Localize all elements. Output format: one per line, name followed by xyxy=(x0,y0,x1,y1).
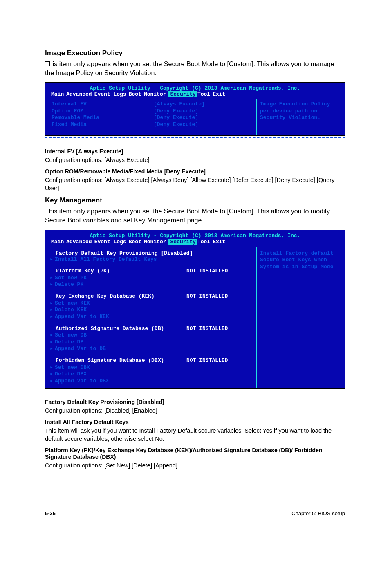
bios2-delete-db: Delete DB xyxy=(55,339,83,346)
bios2-set-new-pk: Set new PK xyxy=(55,275,87,282)
bios1-row-0-label: Interval FV xyxy=(52,101,154,108)
factory-default-options: Configuration options: [Disabled] [Enabl… xyxy=(45,407,345,415)
bios1-menu-monitor: Monitor xyxy=(144,91,169,97)
bios1-row-1-label: Option ROM xyxy=(52,108,154,115)
option-rom-options: Configuration options: [Always Execute] … xyxy=(45,176,345,192)
bios2-append-kek: Append Var to KEK xyxy=(55,314,109,321)
bios2-left-pane: Factory Default Key Provisioning [Disabl… xyxy=(48,247,256,388)
arrow-icon: ▸ xyxy=(50,371,55,378)
dash-separator-2 xyxy=(45,391,345,391)
dash-separator-1 xyxy=(45,137,345,138)
image-execution-policy-desc: This item only appears when you set the … xyxy=(45,60,345,77)
bios2-menu-main: Main xyxy=(51,239,66,245)
bios1-help-pane: Image Execution Policy per device path o… xyxy=(256,99,342,135)
bios1-menu: Main Advanced Event Logs Boot Monitor Se… xyxy=(48,91,342,99)
bios1-menu-security: Security xyxy=(168,91,197,97)
arrow-icon: ▸ xyxy=(50,275,55,282)
bios2-help-text: Install Factory default Secure Boot Keys… xyxy=(260,250,338,271)
bios2-db-label: Authorized Signature Database (DB) xyxy=(56,325,186,332)
bios1-menu-exit: Exit xyxy=(213,91,228,97)
arrow-icon: ▸ xyxy=(50,256,55,263)
bios1-title: Aptio Setup Utility - Copyright (C) 2013… xyxy=(48,84,342,91)
bios1-row-3-label: Fixed Media xyxy=(52,121,154,128)
bios1-menu-advanced: Advanced xyxy=(66,91,94,97)
internal-fv-options: Configuration options: [Always Execute] xyxy=(45,156,345,164)
bios-screenshot-1: Aptio Setup Utility - Copyright (C) 2013… xyxy=(45,82,345,136)
bios2-delete-pk: Delete PK xyxy=(55,281,83,288)
bios-screenshot-2: Aptio Setup Utility - Copyright (C) 2013… xyxy=(45,230,345,389)
arrow-icon: ▸ xyxy=(50,346,55,352)
bios2-install-all: Install All Factory Default Keys xyxy=(55,256,157,263)
bios2-dbx-label: Forbidden Signature Database (DBX) xyxy=(56,357,186,364)
key-management-heading: Key Management xyxy=(45,196,345,204)
arrow-icon: ▸ xyxy=(50,339,55,346)
bios1-row-1-value: [Deny Execute] xyxy=(154,108,198,115)
install-all-desc: This item will ask you if you want to In… xyxy=(45,427,345,443)
bios2-set-new-kek: Set new KEK xyxy=(55,300,90,307)
bios2-kek-value: NOT INSTALLED xyxy=(186,293,228,300)
arrow-icon: ▸ xyxy=(50,300,55,307)
bios2-append-dbx: Append Var to DBX xyxy=(55,378,109,385)
bios2-kek-label: Key Exchange Key Database (KEK) xyxy=(56,293,186,300)
bios2-dbx-value: NOT INSTALLED xyxy=(186,357,228,364)
bios1-menu-boot: Boot xyxy=(129,91,144,97)
arrow-icon: ▸ xyxy=(50,378,55,385)
bios2-delete-dbx: Delete DBX xyxy=(55,371,87,378)
footer-chapter: Chapter 5: BIOS setup xyxy=(291,510,345,516)
arrow-icon: ▸ xyxy=(50,364,55,371)
install-all-heading: Install All Factory Default Keys xyxy=(45,419,345,425)
bios2-menu-eventlogs: Event Logs xyxy=(94,239,129,245)
bios2-factory-default: Factory Default Key Provisioning [Disabl… xyxy=(50,250,253,256)
bios2-append-db: Append Var to DB xyxy=(55,346,106,352)
bios2-menu-exit: Exit xyxy=(213,239,228,245)
bios1-left-pane: Interval FV[Always Execute] Option ROM[D… xyxy=(48,99,256,135)
bios1-menu-main: Main xyxy=(51,91,66,97)
pk-kek-db-dbx-heading: Platform Key (PK)/Key Exchange Key Datab… xyxy=(45,447,345,460)
bios1-help-text: Image Execution Policy per device path o… xyxy=(260,101,338,121)
bios1-row-0-value: [Always Execute] xyxy=(154,101,205,108)
arrow-icon: ▸ xyxy=(50,307,55,314)
bios1-row-2-label: Removable Media xyxy=(52,114,154,121)
bios2-delete-kek: Delete KEK xyxy=(55,307,87,314)
arrow-icon: ▸ xyxy=(50,332,55,339)
bios1-menu-eventlogs: Event Logs xyxy=(94,91,129,97)
internal-fv-heading: Internal FV [Always Execute] xyxy=(45,148,345,155)
bios2-menu-security: Security xyxy=(168,239,197,245)
bios2-menu-advanced: Advanced xyxy=(66,239,94,245)
bios2-set-new-dbx: Set new DBX xyxy=(55,364,90,371)
bios1-menu-tool: Tool xyxy=(197,91,213,97)
page-footer: 5-36 Chapter 5: BIOS setup xyxy=(0,498,390,525)
factory-default-heading: Factory Default Key Provisioning [Disabl… xyxy=(45,399,345,405)
bios2-set-new-db: Set new DB xyxy=(55,332,87,339)
option-rom-heading: Option ROM/Removable Media/Fixed Media [… xyxy=(45,168,345,175)
image-execution-policy-heading: Image Execution Policy xyxy=(45,49,345,57)
bios2-help-pane: Install Factory default Secure Boot Keys… xyxy=(256,247,342,388)
bios2-title: Aptio Setup Utility - Copyright (C) 2013… xyxy=(48,232,342,239)
key-management-desc: This item only appears when you set the … xyxy=(45,207,345,224)
arrow-icon: ▸ xyxy=(50,314,55,321)
arrow-icon: ▸ xyxy=(50,281,55,288)
bios2-pk-value: NOT INSTALLED xyxy=(186,268,228,275)
pk-kek-db-dbx-options: Configuration options: [Set New] [Delete… xyxy=(45,462,345,470)
bios1-row-2-value: [Deny Execute] xyxy=(154,114,198,121)
bios1-row-3-value: [Deny Execute] xyxy=(154,121,198,128)
bios2-pk-label: Platform Key (PK) xyxy=(56,268,186,275)
bios2-menu: Main Advanced Event Logs Boot Monitor Se… xyxy=(48,239,342,247)
footer-page-number: 5-36 xyxy=(45,510,56,516)
bios2-menu-monitor: Monitor xyxy=(144,239,169,245)
bios2-menu-boot: Boot xyxy=(129,239,144,245)
bios2-menu-tool: Tool xyxy=(197,239,213,245)
bios2-db-value: NOT INSTALLED xyxy=(186,325,228,332)
